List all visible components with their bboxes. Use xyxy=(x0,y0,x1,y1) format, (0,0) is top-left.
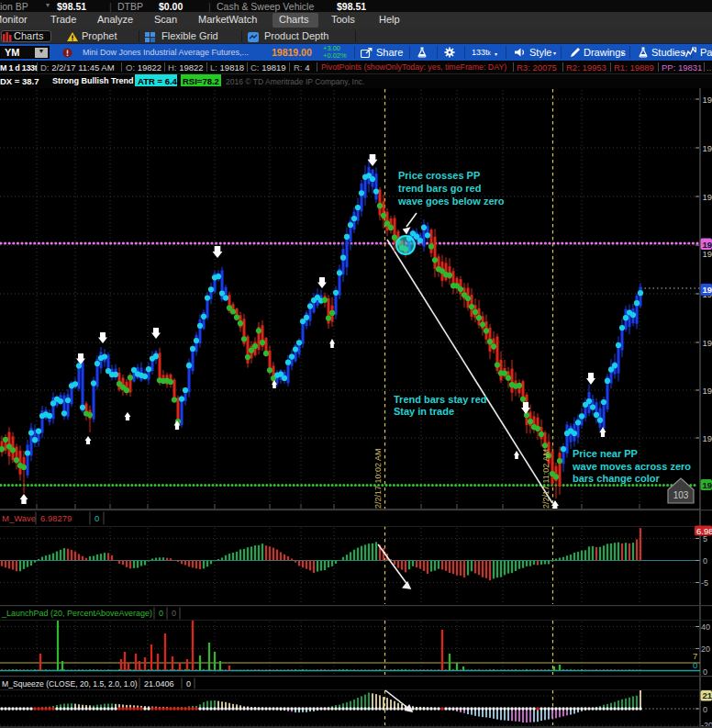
svg-text:0: 0 xyxy=(95,513,99,523)
svg-text:21: 21 xyxy=(703,690,712,700)
svg-text:wave goes below zero: wave goes below zero xyxy=(397,196,505,207)
svg-text:0: 0 xyxy=(186,679,191,689)
svg-text:trend bars go red: trend bars go red xyxy=(398,183,481,194)
svg-text:197: 197 xyxy=(703,480,712,490)
svg-text:21.0406: 21.0406 xyxy=(144,679,174,689)
svg-text:Trend bars stay red: Trend bars stay red xyxy=(394,394,487,405)
svg-text:0: 0 xyxy=(703,705,707,714)
svg-text:0: 0 xyxy=(703,667,707,677)
svg-text:19775: 19775 xyxy=(703,433,712,443)
svg-text:40: 40 xyxy=(701,622,710,632)
svg-text:19875: 19875 xyxy=(703,95,712,105)
svg-text:M_Squeeze (CLOSE, 20, 1.5, 2.0: M_Squeeze (CLOSE, 20, 1.5, 2.0, 1.0) xyxy=(2,679,138,689)
svg-text:Price crosses PP: Price crosses PP xyxy=(398,170,480,181)
svg-text:19787: 19787 xyxy=(703,386,712,396)
svg-text:0: 0 xyxy=(172,609,176,618)
svg-text:_LaunchPad (20, PercentAboveAv: _LaunchPad (20, PercentAboveAverage) xyxy=(1,609,152,618)
svg-text:Price near PP: Price near PP xyxy=(573,448,638,459)
svg-text:19862: 19862 xyxy=(703,143,712,153)
svg-text:198: 198 xyxy=(703,249,712,259)
svg-text:-5: -5 xyxy=(701,578,708,588)
svg-text:0: 0 xyxy=(693,660,697,670)
svg-text:0: 0 xyxy=(703,556,707,566)
svg-text:wave moves across zero: wave moves across zero xyxy=(572,461,691,472)
svg-text:198: 198 xyxy=(703,240,712,250)
svg-text:103: 103 xyxy=(673,490,689,500)
svg-text:2/2/17 11:02 AM: 2/2/17 11:02 AM xyxy=(541,449,551,509)
svg-text:6.98279: 6.98279 xyxy=(40,513,72,523)
svg-text:198: 198 xyxy=(703,285,712,295)
svg-text:bars change color: bars change color xyxy=(573,473,660,484)
svg-text:0: 0 xyxy=(159,609,163,618)
svg-text:M_Wave: M_Wave xyxy=(2,513,36,523)
svg-text:20: 20 xyxy=(701,644,710,654)
svg-text:6.98: 6.98 xyxy=(696,526,712,536)
svg-text:Stay in trade: Stay in trade xyxy=(394,406,454,417)
svg-text:19800: 19800 xyxy=(703,338,712,348)
svg-text:2/2/17 10:02 AM: 2/2/17 10:02 AM xyxy=(373,448,383,509)
svg-text:19850: 19850 xyxy=(703,192,712,202)
